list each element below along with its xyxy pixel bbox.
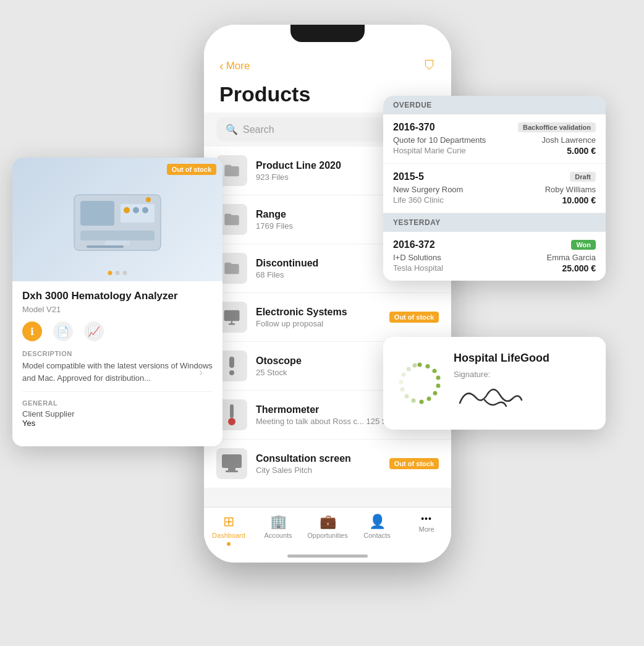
nav-label-more: More — [418, 525, 434, 533]
status-badge: Backoffice validation — [518, 122, 596, 132]
signature-info: Hospital LifeGood Signature: — [454, 352, 591, 415]
order-assignee: Emma Garcia — [547, 253, 596, 262]
description-text: Model compatible with the latest version… — [22, 360, 213, 384]
svg-point-26 — [433, 391, 438, 396]
svg-point-31 — [400, 388, 405, 392]
out-of-stock-badge: Out of stock — [389, 312, 439, 323]
signature-label: Signature: — [454, 370, 591, 379]
order-assignee: Josh Lawrence — [542, 135, 596, 145]
client-supplier-value: Yes — [22, 419, 213, 428]
order-assignee: Roby Williams — [545, 185, 596, 194]
chevron-left-icon: ‹ — [219, 59, 224, 73]
order-row[interactable]: 2016-372 Won I+D Solutions Emma Garcia T… — [383, 232, 606, 281]
signature-image — [454, 381, 528, 412]
nav-item-contacts[interactable]: 👤 Contacts — [352, 514, 402, 539]
hospital-name: Hospital LifeGood — [454, 352, 591, 365]
product-detail-name: Dxh 3000 Hematology Analyzer — [22, 290, 213, 302]
svg-point-13 — [124, 207, 130, 213]
product-model: Model V21 — [22, 305, 213, 314]
order-amount: 25.000 € — [562, 263, 596, 273]
nav-label-accounts: Accounts — [264, 532, 292, 539]
product-name: Consultation screen — [256, 453, 381, 464]
svg-rect-3 — [229, 357, 234, 368]
order-company: Life 360 Clinic — [393, 195, 444, 205]
svg-rect-9 — [226, 470, 238, 472]
list-item[interactable]: Consultation screen City Sales Pitch Out… — [204, 440, 451, 488]
svg-point-29 — [412, 399, 416, 403]
home-indicator — [287, 555, 368, 558]
back-button[interactable]: ‹ More — [219, 59, 250, 73]
document-button[interactable]: 📄 — [53, 321, 73, 341]
order-amount: 10.000 € — [562, 195, 596, 205]
filter-icon[interactable]: ⛉ — [423, 59, 436, 73]
dot-inactive — [116, 271, 120, 275]
product-detail-card: Out of stock Dxh 3000 Hematology Analyze… — [12, 158, 222, 446]
product-info: Consultation screen City Sales Pitch — [256, 453, 381, 475]
orders-card: OVERDUE 2016-370 Backoffice validation Q… — [383, 96, 606, 281]
svg-point-30 — [405, 394, 409, 399]
svg-rect-16 — [80, 231, 155, 240]
svg-rect-5 — [230, 404, 234, 418]
image-carousel-dots — [108, 271, 127, 275]
order-description: Quote for 10 Departments — [393, 135, 486, 145]
general-section: GENERAL Client Supplier Yes — [22, 391, 213, 428]
device-icon — [216, 448, 247, 479]
svg-point-33 — [402, 373, 406, 377]
list-item[interactable]: Electronic Systems Follow up proposal Ou… — [204, 293, 451, 342]
svg-point-17 — [146, 197, 151, 202]
svg-rect-12 — [121, 204, 155, 223]
svg-point-32 — [399, 380, 404, 385]
order-row[interactable]: 2016-370 Backoffice validation Quote for… — [383, 114, 606, 164]
svg-point-35 — [413, 363, 417, 368]
svg-point-14 — [133, 207, 139, 213]
svg-point-27 — [427, 397, 431, 401]
nav-item-opportunities[interactable]: 💼 Opportunities — [303, 514, 352, 539]
svg-rect-7 — [222, 454, 242, 468]
nav-item-more[interactable]: ••• More — [402, 514, 451, 533]
opportunities-icon: 💼 — [320, 514, 336, 530]
out-of-stock-badge: Out of stock — [389, 458, 439, 469]
action-icons: ℹ 📄 📈 — [22, 321, 213, 341]
nav-item-accounts[interactable]: 🏢 Accounts — [253, 514, 303, 539]
order-id: 2016-372 — [393, 239, 435, 250]
chart-button[interactable]: 📈 — [84, 321, 104, 341]
product-info: Electronic Systems Follow up proposal — [256, 307, 381, 328]
svg-point-24 — [436, 376, 441, 380]
order-id: 2015-5 — [393, 171, 424, 182]
product-image: Out of stock — [12, 158, 222, 281]
nav-label-dashboard: Dashboard — [212, 532, 245, 539]
svg-rect-8 — [228, 468, 235, 470]
order-company: Tesla Hospital — [393, 263, 443, 273]
active-indicator — [227, 542, 231, 546]
nav-label-contacts: Contacts — [363, 532, 390, 539]
svg-point-23 — [433, 369, 437, 373]
dot-active — [108, 271, 112, 275]
nav-label-opportunities: Opportunities — [307, 532, 347, 539]
general-section-label: GENERAL — [22, 399, 213, 407]
svg-rect-11 — [80, 201, 114, 226]
order-id: 2016-370 — [393, 122, 435, 133]
chevron-right-icon[interactable]: › — [199, 365, 203, 378]
order-row[interactable]: 2015-5 Draft New Surgery Room Roby Willi… — [383, 164, 606, 213]
svg-point-6 — [228, 418, 235, 425]
more-icon: ••• — [421, 514, 432, 524]
svg-point-28 — [420, 400, 424, 404]
dot-inactive — [123, 271, 127, 275]
svg-point-22 — [426, 364, 430, 368]
svg-rect-18 — [87, 245, 124, 248]
svg-point-21 — [418, 363, 422, 367]
signature-card: Hospital LifeGood Signature: — [383, 337, 606, 430]
out-of-stock-badge: Out of stock — [167, 164, 216, 175]
product-name: Electronic Systems — [256, 307, 381, 318]
status-badge: Draft — [570, 172, 596, 182]
order-description: I+D Solutions — [393, 253, 441, 262]
order-description: New Surgery Room — [393, 185, 463, 194]
search-input[interactable]: Search — [243, 124, 274, 135]
client-supplier-label: Client Supplier — [22, 409, 213, 419]
nav-item-dashboard[interactable]: ⊞ Dashboard — [204, 514, 253, 546]
dashboard-icon: ⊞ — [223, 514, 234, 530]
info-button[interactable]: ℹ — [22, 321, 42, 341]
product-sub: Follow up proposal — [256, 319, 381, 328]
svg-point-15 — [142, 207, 148, 213]
product-sub: City Sales Pitch — [256, 465, 381, 475]
